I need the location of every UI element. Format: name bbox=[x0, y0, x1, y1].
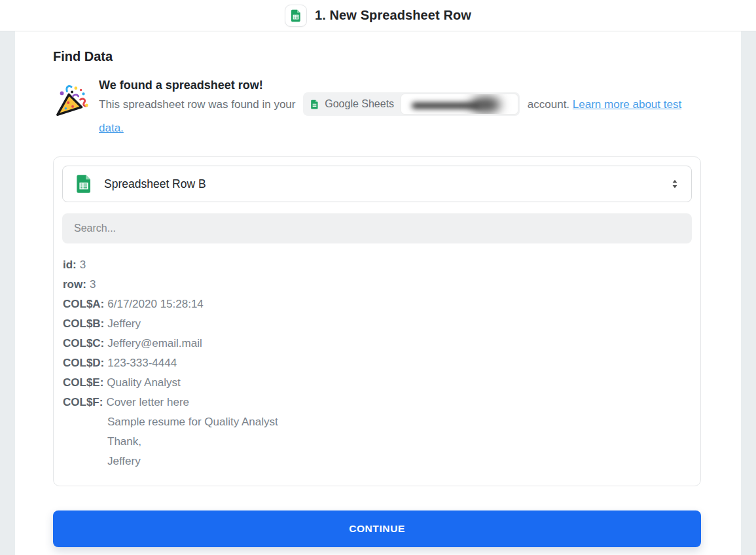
field-value: 3 bbox=[80, 259, 86, 271]
field-label: COL$B: bbox=[63, 317, 104, 330]
step-title: 1. New Spreadsheet Row bbox=[315, 8, 471, 23]
connected-app-name: Google Sheets bbox=[325, 93, 394, 115]
result-text-block: We found a spreadsheet row! This spreads… bbox=[99, 79, 701, 139]
redacted-account-name bbox=[401, 94, 518, 115]
field-row: COL$C:Jeffery@email.mail bbox=[63, 334, 692, 353]
page-title: Find Data bbox=[53, 31, 701, 64]
field-label: COL$F: bbox=[63, 396, 103, 408]
selected-row-label: Spreadsheet Row B bbox=[104, 177, 206, 191]
field-value: 3 bbox=[90, 278, 96, 291]
field-row: id:3 bbox=[63, 255, 692, 275]
field-row: COL$E:Quality Analyst bbox=[63, 373, 692, 393]
description-prefix: This spreadsheet row was found in your bbox=[99, 98, 296, 111]
test-result-message: We found a spreadsheet row! This spreads… bbox=[53, 79, 701, 139]
up-down-arrows-icon bbox=[669, 177, 681, 190]
connected-account-pill: Google Sheets bbox=[303, 92, 520, 116]
field-label: COL$A: bbox=[63, 298, 104, 310]
field-extra-line: Thank, bbox=[63, 432, 692, 452]
search-input[interactable] bbox=[62, 213, 692, 243]
field-value: Jeffery bbox=[107, 317, 141, 330]
test-data-panel: Spreadsheet Row B id:3 row:3 COL$A:6/17/… bbox=[53, 156, 701, 486]
field-label: row: bbox=[63, 278, 86, 291]
google-sheets-icon bbox=[74, 174, 94, 194]
spreadsheet-row-select[interactable]: Spreadsheet Row B bbox=[62, 166, 692, 202]
step-header[interactable]: 1. New Spreadsheet Row bbox=[0, 0, 756, 31]
field-row: COL$A:6/17/2020 15:28:14 bbox=[63, 295, 692, 314]
field-value: 6/17/2020 15:28:14 bbox=[107, 298, 204, 310]
field-value: Cover letter here bbox=[106, 396, 189, 408]
success-description: This spreadsheet row was found in your G… bbox=[99, 94, 688, 139]
field-row: COL$F:Cover letter here bbox=[63, 393, 692, 412]
google-sheets-app-badge bbox=[285, 5, 307, 27]
field-label: COL$D: bbox=[63, 357, 104, 369]
continue-button[interactable]: CONTINUE bbox=[53, 510, 701, 547]
field-extra-line: Jeffery bbox=[63, 452, 692, 471]
field-value: Quality Analyst bbox=[107, 376, 180, 389]
success-title: We found a spreadsheet row! bbox=[99, 79, 701, 92]
google-sheets-icon bbox=[310, 99, 319, 109]
field-row: COL$D:123-333-4444 bbox=[63, 353, 692, 373]
field-row: COL$B:Jeffery bbox=[63, 314, 692, 334]
field-value: 123-333-4444 bbox=[107, 357, 177, 369]
find-data-card: Find Data We found a spreadsheet row! bbox=[15, 31, 741, 555]
field-value: Jeffery@email.mail bbox=[107, 337, 202, 349]
google-sheets-icon bbox=[289, 9, 302, 22]
blur-smudge bbox=[471, 97, 501, 113]
row-fields-list: id:3 row:3 COL$A:6/17/2020 15:28:14 COL$… bbox=[62, 255, 692, 471]
field-row: row:3 bbox=[63, 275, 692, 295]
party-popper-icon bbox=[53, 79, 99, 139]
field-label: COL$C: bbox=[63, 337, 104, 349]
field-label: id: bbox=[63, 259, 77, 271]
field-label: COL$E: bbox=[63, 376, 103, 389]
description-suffix: account. bbox=[528, 98, 569, 111]
field-extra-line: Sample resume for Quality Analyst bbox=[63, 412, 692, 432]
